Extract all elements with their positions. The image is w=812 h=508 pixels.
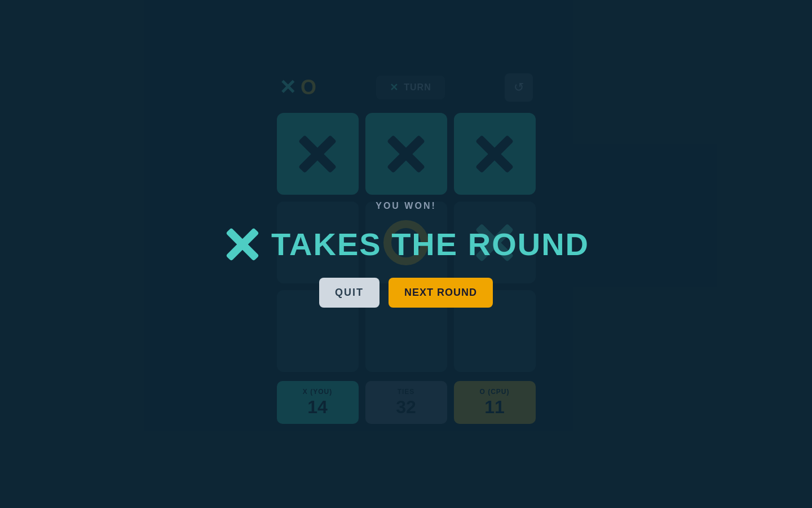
modal-content: YOU WON! TAKES THE ROUND QUIT NEXT ROUND xyxy=(223,201,589,308)
takes-round-text: TAKES THE ROUND xyxy=(271,229,589,260)
next-round-button[interactable]: NEXT ROUND xyxy=(389,278,493,308)
winner-x-icon xyxy=(223,225,262,264)
you-won-label: YOU WON! xyxy=(376,201,436,211)
modal-overlay: YOU WON! TAKES THE ROUND QUIT NEXT ROUND xyxy=(0,0,812,508)
winner-row: TAKES THE ROUND xyxy=(223,225,589,264)
modal-buttons: QUIT NEXT ROUND xyxy=(319,278,493,308)
quit-button[interactable]: QUIT xyxy=(319,278,379,308)
